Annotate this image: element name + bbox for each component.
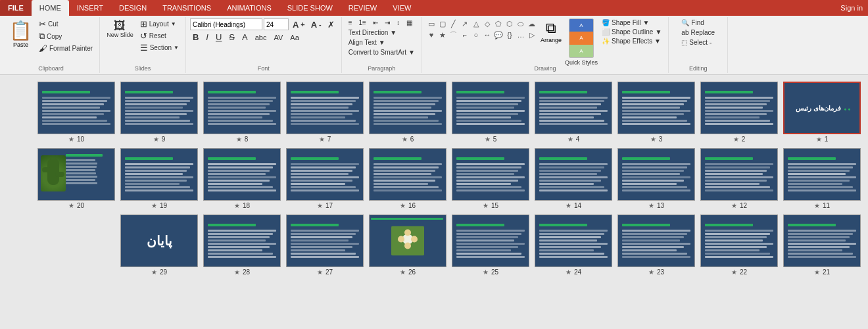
shape-line[interactable]: ╱: [448, 18, 459, 29]
tab-design[interactable]: DESIGN: [111, 0, 155, 16]
reset-button[interactable]: ↺ Reset: [137, 30, 181, 41]
shape-fill-button[interactable]: 🪣 Shape Fill ▼: [599, 18, 664, 27]
tab-animations[interactable]: ANIMATIONS: [219, 0, 279, 16]
shape-arrow[interactable]: ↗: [460, 18, 470, 29]
slide-thumbnail[interactable]: [617, 82, 695, 134]
decrease-indent-button[interactable]: ⇤: [370, 18, 381, 27]
slide-thumbnail[interactable]: [286, 215, 364, 267]
shape-rounded-rect[interactable]: ▢: [437, 18, 448, 29]
tab-file[interactable]: FILE: [0, 0, 32, 16]
slide-thumbnail[interactable]: [452, 82, 529, 134]
cut-button[interactable]: ✂ Cut: [36, 18, 95, 30]
new-slide-button[interactable]: 🖼 New Slide: [104, 18, 136, 39]
increase-indent-button[interactable]: ⇥: [382, 18, 393, 27]
slide-thumbnail[interactable]: [452, 148, 529, 201]
qs-item-2[interactable]: A: [569, 32, 593, 44]
tab-transitions[interactable]: TRANSITIONS: [155, 0, 219, 16]
slide-thumbnail[interactable]: [286, 82, 364, 134]
select-button[interactable]: ⬚ Select -: [679, 38, 714, 47]
char-spacing-button[interactable]: AV: [271, 33, 285, 42]
slide-thumbnail[interactable]: [37, 82, 115, 134]
slide-thumbnail[interactable]: [700, 82, 778, 134]
align-text-button[interactable]: Align Text ▼: [346, 38, 388, 47]
slide-thumbnail[interactable]: [286, 148, 364, 201]
text-highlight-button[interactable]: abc: [253, 33, 270, 42]
numbering-button[interactable]: 1≡: [356, 18, 369, 27]
slide-thumbnail[interactable]: [535, 215, 612, 267]
italic-button[interactable]: I: [203, 32, 211, 43]
shape-more[interactable]: …: [516, 30, 526, 40]
line-spacing-button[interactable]: ↕: [394, 18, 402, 27]
font-color-button[interactable]: A: [239, 32, 251, 43]
shape-heart[interactable]: ♥: [426, 30, 437, 40]
shape-extra[interactable]: ▷: [527, 30, 537, 40]
slide-thumbnail[interactable]: [120, 148, 198, 201]
slide-thumbnail[interactable]: [783, 215, 861, 267]
shape-triangle[interactable]: △: [471, 18, 481, 29]
increase-font-button[interactable]: A+: [290, 19, 308, 30]
tab-insert[interactable]: INSERT: [69, 0, 111, 16]
decrease-font-button[interactable]: A-: [308, 19, 324, 30]
bullets-button[interactable]: ≡: [346, 18, 355, 27]
shape-effects-button[interactable]: ✨ Shape Effects ▼: [599, 37, 664, 45]
arrange-button[interactable]: ⧉ Arrange: [539, 18, 564, 45]
slide-thumbnail[interactable]: [120, 82, 198, 134]
shape-pentagon[interactable]: ⬠: [493, 18, 504, 29]
qs-item-3[interactable]: A: [569, 45, 593, 57]
slide-thumbnail[interactable]: [700, 148, 778, 201]
text-direction-button[interactable]: Text Direction ▼: [346, 28, 399, 37]
shape-cloud[interactable]: ☁: [527, 18, 537, 29]
layout-button[interactable]: ⊞ Layout ▼: [137, 18, 181, 30]
slide-thumbnail[interactable]: [535, 148, 612, 201]
slide-thumbnail[interactable]: فرمان‌های رئیس● ●: [783, 82, 861, 134]
qs-item-1[interactable]: A: [569, 19, 593, 32]
strikethrough-button[interactable]: S: [226, 32, 237, 43]
shape-bracket[interactable]: ⌐: [460, 30, 470, 40]
shape-cylinder[interactable]: ⬭: [516, 18, 526, 29]
add-column-button[interactable]: ▦: [404, 18, 415, 27]
slide-thumbnail[interactable]: پایان: [120, 215, 198, 267]
slide-thumbnail[interactable]: [535, 82, 612, 134]
tab-review[interactable]: REVIEW: [341, 0, 385, 16]
slide-thumbnail[interactable]: [617, 148, 695, 201]
shape-oval[interactable]: ○: [471, 30, 481, 40]
convert-smartart-button[interactable]: Convert to SmartArt ▼: [346, 48, 418, 57]
font-size-aa-button[interactable]: Aa: [287, 33, 301, 42]
slide-thumbnail[interactable]: [203, 82, 281, 134]
font-size-input[interactable]: [264, 18, 289, 30]
slide-thumbnail[interactable]: [452, 215, 529, 267]
shape-curve[interactable]: ⌒: [448, 30, 459, 40]
slide-thumbnail[interactable]: [37, 148, 115, 201]
slide-thumbnail[interactable]: [783, 148, 861, 201]
shape-star[interactable]: ★: [437, 30, 448, 40]
slide-thumbnail[interactable]: [369, 148, 446, 201]
shape-diamond[interactable]: ◇: [482, 18, 493, 29]
shape-brace[interactable]: {}: [504, 30, 515, 40]
slide-thumbnail[interactable]: [203, 148, 281, 201]
slide-thumbnail[interactable]: [369, 215, 446, 267]
replace-button[interactable]: ab Replace: [679, 28, 717, 37]
shape-outline-button[interactable]: ⬜ Shape Outline ▼: [599, 28, 664, 36]
slide-thumbnail[interactable]: [700, 215, 778, 267]
shape-callout[interactable]: 💬: [493, 30, 504, 40]
slide-thumbnail[interactable]: [369, 82, 446, 134]
slide-number: 12: [740, 202, 747, 209]
shape-rect[interactable]: ▭: [426, 18, 437, 29]
sign-in-button[interactable]: Sign in: [840, 0, 863, 16]
tab-home[interactable]: HOME: [32, 0, 69, 16]
paste-button[interactable]: 📋 Paste: [7, 18, 35, 49]
section-button[interactable]: ☰ Section ▼: [137, 42, 181, 53]
slide-thumbnail[interactable]: [203, 215, 281, 267]
tab-view[interactable]: VIEW: [385, 0, 419, 16]
font-name-input[interactable]: [190, 18, 262, 30]
clear-format-button[interactable]: ✗: [325, 19, 337, 30]
format-painter-button[interactable]: 🖌 Format Painter: [36, 43, 95, 54]
find-button[interactable]: 🔍 Find: [679, 18, 706, 27]
underline-button[interactable]: U: [213, 32, 224, 43]
slide-thumbnail[interactable]: [617, 215, 695, 267]
shape-hexagon[interactable]: ⬡: [504, 18, 515, 29]
tab-slideshow[interactable]: SLIDE SHOW: [279, 0, 341, 16]
bold-button[interactable]: B: [190, 32, 201, 43]
copy-button[interactable]: ⧉ Copy: [36, 30, 95, 42]
shape-double-arrow[interactable]: ↔: [482, 30, 493, 40]
